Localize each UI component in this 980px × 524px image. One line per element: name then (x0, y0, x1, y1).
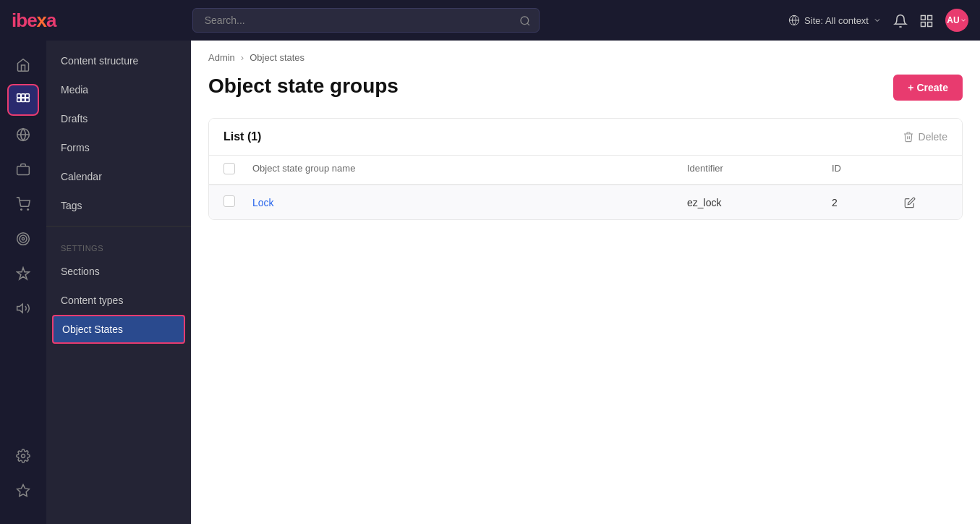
svg-point-0 (521, 17, 529, 25)
svg-point-17 (21, 209, 22, 211)
topnav: ibexa Site: All context (0, 0, 980, 41)
page-title: Object state groups (208, 75, 399, 98)
object-state-groups-table: List (1) Delete Object state group name (208, 118, 963, 220)
sidebar-item-tags[interactable]: Tags (46, 191, 191, 220)
table-row: Lock ez_lock 2 (209, 185, 962, 219)
site-context[interactable]: Site: All context (788, 14, 882, 26)
sidebar-divider (46, 226, 191, 227)
grid-icon[interactable] (919, 12, 934, 28)
svg-point-20 (20, 235, 27, 242)
search-input[interactable] (192, 8, 540, 33)
sidebar-icon-home[interactable] (7, 49, 39, 81)
trash-icon (903, 131, 914, 143)
delete-button[interactable]: Delete (903, 131, 947, 143)
topnav-right: Site: All context AU (788, 9, 968, 32)
breadcrumb-admin[interactable]: Admin (208, 52, 235, 63)
breadcrumb: Admin › Object states (191, 41, 980, 69)
text-sidebar: Content structure Media Drafts Forms Cal… (46, 41, 191, 524)
sidebar-item-content-types[interactable]: Content types (46, 286, 191, 315)
row-id-cell: 2 (832, 197, 904, 208)
col-header-actions (904, 163, 947, 177)
create-button[interactable]: + Create (893, 75, 963, 101)
breadcrumb-separator: › (241, 52, 244, 63)
list-count: List (1) (223, 130, 261, 143)
col-header-name: Object state group name (252, 163, 687, 177)
avatar[interactable]: AU (945, 9, 968, 32)
sidebar-icon-star[interactable] (7, 475, 39, 507)
col-header-id: ID (832, 163, 904, 177)
svg-rect-12 (22, 98, 25, 102)
edit-icon (904, 197, 916, 208)
row-name-cell: Lock (252, 197, 687, 208)
sidebar-item-object-states[interactable]: Object States (52, 315, 185, 344)
logo: ibexa (12, 9, 56, 32)
avatar-chevron-icon (960, 17, 967, 24)
chevron-down-icon (873, 16, 882, 25)
sidebar-icon-global[interactable] (7, 119, 39, 151)
svg-rect-10 (25, 94, 29, 98)
row-checkbox[interactable] (223, 195, 235, 207)
table-header: List (1) Delete (209, 119, 962, 156)
sidebar-icon-structure[interactable] (7, 84, 39, 116)
sidebar-icon-shop[interactable] (7, 188, 39, 220)
svg-rect-5 (928, 15, 932, 20)
breadcrumb-current: Object states (250, 52, 304, 63)
svg-rect-9 (22, 94, 25, 98)
icon-sidebar (0, 41, 46, 524)
sidebar-icon-admin[interactable] (7, 153, 39, 185)
svg-line-1 (527, 23, 529, 25)
search-icon (519, 14, 531, 27)
search-bar (192, 8, 540, 33)
sidebar-icon-target[interactable] (7, 223, 39, 255)
svg-point-19 (17, 233, 30, 245)
content-area: Admin › Object states Object state group… (191, 41, 980, 524)
sidebar-item-forms[interactable]: Forms (46, 133, 191, 162)
globe-icon (788, 14, 800, 26)
svg-point-18 (27, 209, 29, 211)
row-edit-cell[interactable] (904, 196, 947, 209)
svg-rect-6 (928, 22, 932, 26)
site-context-label: Site: All context (804, 15, 869, 26)
svg-point-21 (22, 237, 24, 240)
svg-rect-4 (921, 15, 925, 20)
svg-rect-8 (17, 94, 21, 98)
sidebar-item-content-structure[interactable]: Content structure (46, 46, 191, 75)
svg-rect-7 (921, 22, 925, 26)
svg-rect-11 (17, 98, 21, 102)
col-header-identifier: Identifier (687, 163, 832, 177)
content-header: Object state groups + Create (191, 69, 980, 118)
sidebar-icon-settings[interactable] (7, 440, 39, 472)
sidebar-item-sections[interactable]: Sections (46, 257, 191, 286)
sidebar-icon-megaphone[interactable] (7, 292, 39, 324)
svg-rect-16 (17, 166, 30, 175)
sidebar-icon-badge[interactable] (7, 258, 39, 290)
bell-icon[interactable] (893, 12, 908, 28)
sidebar-item-media[interactable]: Media (46, 75, 191, 104)
main-layout: Content structure Media Drafts Forms Cal… (0, 41, 980, 524)
settings-section-label: Settings (46, 232, 191, 257)
sidebar-item-drafts[interactable]: Drafts (46, 104, 191, 133)
row-checkbox-cell (223, 195, 252, 209)
svg-marker-23 (17, 485, 30, 496)
select-all-checkbox[interactable] (223, 163, 235, 174)
row-identifier-cell: ez_lock (687, 197, 832, 208)
sidebar-item-calendar[interactable]: Calendar (46, 162, 191, 191)
icon-sidebar-bottom (7, 440, 39, 515)
svg-point-22 (22, 455, 25, 458)
column-headers: Object state group name Identifier ID (209, 156, 962, 185)
row-name-link[interactable]: Lock (252, 197, 274, 208)
col-header-checkbox (223, 163, 252, 177)
svg-rect-13 (25, 98, 29, 102)
